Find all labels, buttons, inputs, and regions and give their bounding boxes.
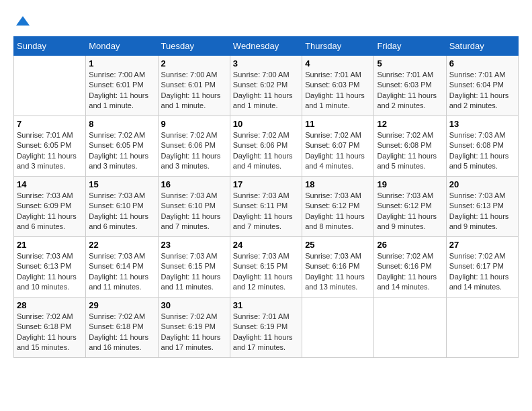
calendar-cell: 13Sunrise: 7:03 AMSunset: 6:08 PMDayligh… [446,116,518,177]
page-header [13,13,519,30]
calendar-cell: 28Sunrise: 7:02 AMSunset: 6:18 PMDayligh… [14,298,86,358]
day-info: Sunrise: 7:02 AMSunset: 6:19 PMDaylight:… [161,312,227,353]
calendar-week-3: 14Sunrise: 7:03 AMSunset: 6:09 PMDayligh… [14,177,519,237]
calendar-cell: 4Sunrise: 7:01 AMSunset: 6:03 PMDaylight… [302,56,374,116]
day-number: 16 [161,179,227,189]
calendar-cell: 22Sunrise: 7:03 AMSunset: 6:14 PMDayligh… [86,237,158,298]
day-number: 27 [449,240,515,250]
day-info: Sunrise: 7:03 AMSunset: 6:12 PMDaylight:… [377,191,443,232]
day-number: 30 [161,300,227,310]
day-number: 23 [161,240,227,250]
day-info: Sunrise: 7:03 AMSunset: 6:13 PMDaylight:… [449,191,515,232]
day-number: 26 [377,240,443,250]
day-info: Sunrise: 7:02 AMSunset: 6:17 PMDaylight:… [449,251,515,293]
day-number: 20 [449,179,515,189]
day-number: 15 [89,179,154,189]
calendar-cell: 2Sunrise: 7:00 AMSunset: 6:01 PMDaylight… [158,56,230,116]
calendar-cell: 8Sunrise: 7:02 AMSunset: 6:05 PMDaylight… [86,116,158,177]
day-number: 4 [305,58,371,68]
day-info: Sunrise: 7:02 AMSunset: 6:08 PMDaylight:… [377,130,443,172]
calendar-cell: 31Sunrise: 7:01 AMSunset: 6:19 PMDayligh… [230,298,302,358]
calendar-week-1: 1Sunrise: 7:00 AMSunset: 6:01 PMDaylight… [14,56,519,116]
calendar-cell: 1Sunrise: 7:00 AMSunset: 6:01 PMDaylight… [86,56,158,116]
calendar-cell: 10Sunrise: 7:02 AMSunset: 6:06 PMDayligh… [230,116,302,177]
calendar-cell: 12Sunrise: 7:02 AMSunset: 6:08 PMDayligh… [374,116,446,177]
day-number: 2 [161,58,227,68]
header-sunday: Sunday [14,37,86,56]
day-number: 13 [449,119,515,129]
day-info: Sunrise: 7:03 AMSunset: 6:16 PMDaylight:… [305,251,371,293]
calendar-cell: 9Sunrise: 7:02 AMSunset: 6:06 PMDaylight… [158,116,230,177]
day-info: Sunrise: 7:01 AMSunset: 6:04 PMDaylight:… [449,70,515,111]
day-number: 12 [377,119,443,129]
day-info: Sunrise: 7:00 AMSunset: 6:02 PMDaylight:… [233,70,299,111]
day-info: Sunrise: 7:01 AMSunset: 6:19 PMDaylight:… [233,312,299,353]
calendar-cell: 21Sunrise: 7:03 AMSunset: 6:13 PMDayligh… [14,237,86,298]
calendar-cell: 19Sunrise: 7:03 AMSunset: 6:12 PMDayligh… [374,177,446,237]
day-number: 6 [449,58,515,68]
calendar-header: SundayMondayTuesdayWednesdayThursdayFrid… [14,37,519,56]
day-number: 10 [233,119,299,129]
calendar-cell: 7Sunrise: 7:01 AMSunset: 6:05 PMDaylight… [14,116,86,177]
calendar-week-4: 21Sunrise: 7:03 AMSunset: 6:13 PMDayligh… [14,237,519,298]
day-info: Sunrise: 7:02 AMSunset: 6:05 PMDaylight:… [89,130,154,172]
header-wednesday: Wednesday [230,37,302,56]
calendar-cell: 27Sunrise: 7:02 AMSunset: 6:17 PMDayligh… [446,237,518,298]
day-info: Sunrise: 7:02 AMSunset: 6:18 PMDaylight:… [89,312,154,353]
calendar-cell: 20Sunrise: 7:03 AMSunset: 6:13 PMDayligh… [446,177,518,237]
calendar-cell: 16Sunrise: 7:03 AMSunset: 6:10 PMDayligh… [158,177,230,237]
calendar-cell: 3Sunrise: 7:00 AMSunset: 6:02 PMDaylight… [230,56,302,116]
day-number: 25 [305,240,371,250]
day-info: Sunrise: 7:01 AMSunset: 6:03 PMDaylight:… [305,70,371,111]
day-number: 1 [89,58,154,68]
day-info: Sunrise: 7:03 AMSunset: 6:12 PMDaylight:… [305,191,371,232]
day-info: Sunrise: 7:02 AMSunset: 6:06 PMDaylight:… [233,130,299,172]
day-number: 14 [17,179,83,189]
day-number: 7 [17,119,83,129]
day-info: Sunrise: 7:03 AMSunset: 6:15 PMDaylight:… [233,251,299,293]
day-number: 17 [233,179,299,189]
header-tuesday: Tuesday [158,37,230,56]
day-info: Sunrise: 7:03 AMSunset: 6:14 PMDaylight:… [89,251,154,293]
day-number: 24 [233,240,299,250]
day-info: Sunrise: 7:00 AMSunset: 6:01 PMDaylight:… [161,70,227,111]
day-info: Sunrise: 7:03 AMSunset: 6:10 PMDaylight:… [161,191,227,232]
day-number: 11 [305,119,371,129]
day-info: Sunrise: 7:02 AMSunset: 6:18 PMDaylight:… [17,312,83,353]
calendar-cell: 25Sunrise: 7:03 AMSunset: 6:16 PMDayligh… [302,237,374,298]
calendar-cell: 24Sunrise: 7:03 AMSunset: 6:15 PMDayligh… [230,237,302,298]
day-info: Sunrise: 7:03 AMSunset: 6:10 PMDaylight:… [89,191,154,232]
calendar-cell: 29Sunrise: 7:02 AMSunset: 6:18 PMDayligh… [86,298,158,358]
day-info: Sunrise: 7:02 AMSunset: 6:07 PMDaylight:… [305,130,371,172]
calendar-cell: 11Sunrise: 7:02 AMSunset: 6:07 PMDayligh… [302,116,374,177]
day-info: Sunrise: 7:03 AMSunset: 6:13 PMDaylight:… [17,251,83,293]
calendar-cell: 6Sunrise: 7:01 AMSunset: 6:04 PMDaylight… [446,56,518,116]
header-thursday: Thursday [302,37,374,56]
svg-marker-0 [16,16,30,26]
day-number: 5 [377,58,443,68]
calendar-cell: 17Sunrise: 7:03 AMSunset: 6:11 PMDayligh… [230,177,302,237]
day-number: 8 [89,119,154,129]
day-info: Sunrise: 7:00 AMSunset: 6:01 PMDaylight:… [89,70,154,111]
day-number: 3 [233,58,299,68]
day-number: 21 [17,240,83,250]
header-friday: Friday [374,37,446,56]
calendar-cell: 18Sunrise: 7:03 AMSunset: 6:12 PMDayligh… [302,177,374,237]
day-number: 9 [161,119,227,129]
logo-icon [15,13,31,30]
day-info: Sunrise: 7:01 AMSunset: 6:03 PMDaylight:… [377,70,443,111]
calendar-table: SundayMondayTuesdayWednesdayThursdayFrid… [13,36,519,358]
day-info: Sunrise: 7:02 AMSunset: 6:06 PMDaylight:… [161,130,227,172]
day-info: Sunrise: 7:03 AMSunset: 6:09 PMDaylight:… [17,191,83,232]
logo [13,13,31,30]
calendar-cell [14,56,86,116]
header-monday: Monday [86,37,158,56]
calendar-cell: 26Sunrise: 7:02 AMSunset: 6:16 PMDayligh… [374,237,446,298]
calendar-cell [302,298,374,358]
day-info: Sunrise: 7:03 AMSunset: 6:15 PMDaylight:… [161,251,227,293]
day-number: 28 [17,300,83,310]
day-info: Sunrise: 7:01 AMSunset: 6:05 PMDaylight:… [17,130,83,172]
day-number: 31 [233,300,299,310]
calendar-cell [374,298,446,358]
calendar-cell [446,298,518,358]
